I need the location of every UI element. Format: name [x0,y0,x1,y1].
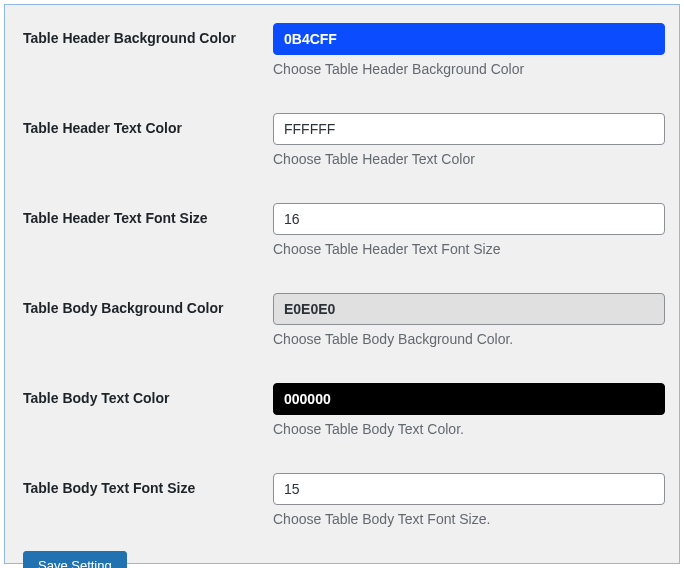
field-header-bg: Choose Table Header Background Color [273,23,665,77]
row-header-bg: Table Header Background Color Choose Tab… [23,23,661,77]
help-body-font-size: Choose Table Body Text Font Size. [273,511,665,527]
input-header-bg[interactable] [273,23,665,55]
field-header-font-size: Choose Table Header Text Font Size [273,203,665,257]
field-body-text-color: Choose Table Body Text Color. [273,383,665,437]
row-body-font-size: Table Body Text Font Size Choose Table B… [23,473,661,527]
field-header-text-color: Choose Table Header Text Color [273,113,665,167]
help-header-bg: Choose Table Header Background Color [273,61,665,77]
help-header-font-size: Choose Table Header Text Font Size [273,241,665,257]
save-button[interactable]: Save Setting [23,551,127,568]
help-header-text-color: Choose Table Header Text Color [273,151,665,167]
label-body-text-color: Table Body Text Color [23,383,273,408]
help-body-text-color: Choose Table Body Text Color. [273,421,665,437]
help-body-bg: Choose Table Body Background Color. [273,331,665,347]
field-body-bg: Choose Table Body Background Color. [273,293,665,347]
row-header-font-size: Table Header Text Font Size Choose Table… [23,203,661,257]
label-header-text-color: Table Header Text Color [23,113,273,138]
field-body-font-size: Choose Table Body Text Font Size. [273,473,665,527]
input-body-font-size[interactable] [273,473,665,505]
input-header-text-color[interactable] [273,113,665,145]
input-body-text-color[interactable] [273,383,665,415]
input-body-bg[interactable] [273,293,665,325]
label-body-font-size: Table Body Text Font Size [23,473,273,498]
settings-panel: Table Header Background Color Choose Tab… [4,4,680,564]
row-body-text-color: Table Body Text Color Choose Table Body … [23,383,661,437]
label-body-bg: Table Body Background Color [23,293,273,318]
input-header-font-size[interactable] [273,203,665,235]
row-body-bg: Table Body Background Color Choose Table… [23,293,661,347]
label-header-font-size: Table Header Text Font Size [23,203,273,228]
label-header-bg: Table Header Background Color [23,23,273,48]
row-header-text-color: Table Header Text Color Choose Table Hea… [23,113,661,167]
